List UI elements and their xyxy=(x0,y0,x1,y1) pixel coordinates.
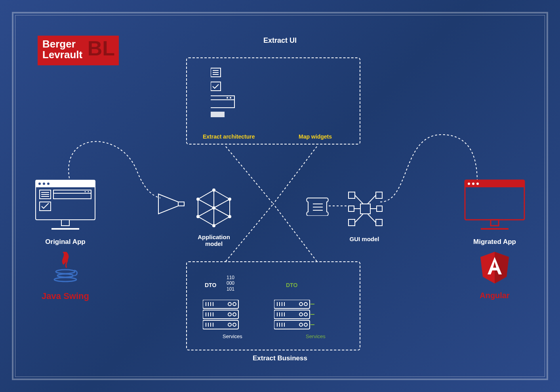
svg-point-102 xyxy=(56,270,75,274)
svg-rect-33 xyxy=(349,206,354,211)
svg-point-77 xyxy=(299,303,303,306)
svg-line-38 xyxy=(368,214,376,223)
svg-point-21 xyxy=(196,215,200,218)
svg-point-17 xyxy=(212,188,215,192)
svg-rect-4 xyxy=(211,82,221,91)
svg-point-82 xyxy=(304,323,307,326)
svg-rect-34 xyxy=(377,206,382,211)
svg-point-57 xyxy=(233,303,236,306)
server-icon-right xyxy=(274,300,318,331)
logo-monogram: BL xyxy=(88,38,115,59)
angular-icon xyxy=(478,250,512,285)
berger-levrault-logo: Berger Levrault BL xyxy=(38,36,119,65)
svg-point-59 xyxy=(233,313,236,316)
migrated-app-title: Migrated App xyxy=(463,238,526,246)
original-app-title: Original App xyxy=(34,238,97,246)
binary-text: 110 000 101 xyxy=(227,275,234,292)
svg-point-89 xyxy=(43,183,45,185)
svg-line-13 xyxy=(214,199,230,208)
svg-point-98 xyxy=(88,191,89,192)
services-label-left: Services xyxy=(223,333,242,339)
dto-label-right: DTO xyxy=(286,282,297,288)
svg-point-81 xyxy=(299,323,303,326)
svg-point-56 xyxy=(228,303,231,306)
svg-line-12 xyxy=(198,199,214,208)
java-swing-label: Java Swing xyxy=(34,291,97,301)
svg-rect-30 xyxy=(376,192,382,198)
svg-line-15 xyxy=(198,208,214,217)
svg-point-78 xyxy=(304,303,307,306)
dto-label-left: DTO xyxy=(205,282,216,288)
svg-point-60 xyxy=(228,323,231,326)
svg-point-79 xyxy=(299,313,303,316)
svg-point-104 xyxy=(54,278,76,282)
angular-label: Angular xyxy=(463,291,526,300)
svg-point-61 xyxy=(233,323,236,326)
svg-point-108 xyxy=(472,183,474,185)
svg-point-97 xyxy=(85,191,86,192)
svg-rect-32 xyxy=(376,219,382,226)
extract-business-title: Extract Business xyxy=(253,354,307,362)
svg-point-90 xyxy=(47,183,50,185)
svg-point-19 xyxy=(228,215,231,218)
svg-line-37 xyxy=(355,214,363,223)
java-icon xyxy=(51,250,79,284)
extract-business-box: DTO 110 000 101 DTO Services Services xyxy=(186,261,360,350)
svg-point-103 xyxy=(57,274,73,277)
original-app-block: Original App Java Swing xyxy=(34,178,97,301)
monitor-icon-migrated xyxy=(463,178,526,232)
svg-point-23 xyxy=(212,206,215,209)
svg-point-107 xyxy=(468,183,470,185)
migrated-app-block: Migrated App Angular xyxy=(463,178,526,300)
svg-point-88 xyxy=(38,183,41,185)
svg-point-8 xyxy=(227,97,228,99)
svg-rect-28 xyxy=(360,204,370,214)
svg-rect-29 xyxy=(349,192,355,198)
extract-ui-box: Extract architecture Map widgets xyxy=(186,57,360,145)
extract-ui-title: Extract UI xyxy=(263,36,297,45)
svg-point-80 xyxy=(304,313,307,316)
cube-icon xyxy=(196,188,234,232)
ui-widgets-icon xyxy=(211,66,262,129)
svg-rect-100 xyxy=(61,220,69,226)
svg-point-7 xyxy=(230,97,231,99)
monitor-icon-original xyxy=(34,178,97,232)
svg-point-22 xyxy=(196,198,200,201)
svg-point-58 xyxy=(228,313,231,316)
gui-model-label: GUI model xyxy=(345,236,384,242)
svg-point-20 xyxy=(212,224,215,227)
svg-line-36 xyxy=(368,195,376,204)
svg-point-18 xyxy=(228,198,231,201)
server-icon-left xyxy=(203,300,240,331)
svg-line-16 xyxy=(214,208,230,217)
network-icon xyxy=(347,190,384,228)
application-model-label: Application model xyxy=(190,234,238,247)
svg-rect-110 xyxy=(491,220,499,226)
services-label-right: Services xyxy=(306,333,326,339)
svg-line-35 xyxy=(355,195,363,204)
svg-rect-9 xyxy=(211,112,225,117)
svg-rect-31 xyxy=(349,219,355,226)
funnel-icon xyxy=(156,192,186,216)
svg-point-109 xyxy=(476,183,479,185)
